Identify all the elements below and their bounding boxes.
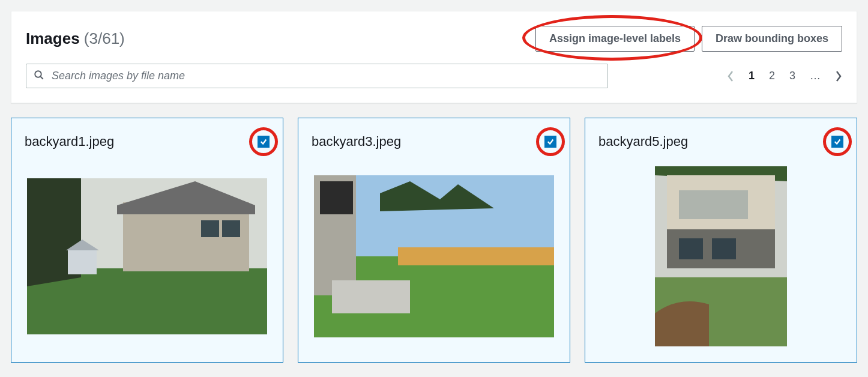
checkbox-wrap — [831, 136, 843, 148]
selection-count: (3/61) — [84, 29, 125, 47]
image-filename: backyard1.jpeg — [25, 134, 114, 149]
check-icon — [546, 137, 555, 146]
thumbnail-placeholder — [314, 175, 554, 337]
svg-rect-15 — [398, 247, 554, 265]
title-text: Images — [26, 29, 80, 47]
image-filename: backyard5.jpeg — [598, 134, 688, 149]
assign-labels-button[interactable]: Assign image-level labels — [535, 26, 695, 52]
image-thumbnail[interactable] — [598, 166, 843, 346]
svg-line-1 — [40, 76, 43, 79]
image-card[interactable]: backyard1.jpeg — [11, 118, 283, 363]
select-checkbox[interactable] — [544, 136, 556, 148]
svg-rect-14 — [320, 181, 353, 214]
image-card[interactable]: backyard3.jpeg — [298, 118, 570, 363]
page-2[interactable]: 2 — [769, 70, 775, 82]
check-icon — [259, 137, 268, 146]
select-checkbox[interactable] — [831, 136, 843, 148]
toolbar-row: 1 2 3 … — [26, 64, 842, 88]
svg-rect-9 — [68, 250, 97, 274]
search-box[interactable] — [26, 64, 608, 88]
svg-rect-25 — [679, 190, 748, 219]
card-header: backyard3.jpeg — [312, 134, 556, 149]
page-3[interactable]: 3 — [789, 70, 795, 82]
search-icon — [34, 70, 44, 83]
images-panel: Images (3/61) Assign image-level labels … — [11, 11, 857, 103]
image-grid: backyard1.jpeg ba — [11, 118, 857, 363]
card-header: backyard5.jpeg — [598, 134, 843, 149]
page-1[interactable]: 1 — [749, 70, 755, 82]
page-prev[interactable] — [727, 70, 734, 82]
svg-rect-17 — [332, 280, 410, 313]
panel-title: Images (3/61) — [26, 29, 125, 48]
image-card[interactable]: backyard5.jpeg — [585, 118, 857, 363]
page-next[interactable] — [835, 70, 842, 82]
select-checkbox[interactable] — [258, 136, 270, 148]
thumbnail-placeholder — [655, 166, 787, 346]
thumbnail-placeholder — [27, 178, 267, 334]
svg-rect-24 — [712, 238, 736, 259]
image-thumbnail[interactable] — [312, 166, 556, 346]
checkbox-wrap — [258, 136, 270, 148]
pagination: 1 2 3 … — [727, 70, 842, 82]
svg-rect-8 — [222, 220, 240, 237]
action-buttons: Assign image-level labels Draw bounding … — [535, 26, 842, 52]
image-filename: backyard3.jpeg — [312, 134, 401, 149]
image-thumbnail[interactable] — [25, 166, 270, 346]
check-icon — [833, 137, 842, 146]
panel-header: Images (3/61) Assign image-level labels … — [26, 26, 842, 52]
checkbox-wrap — [544, 136, 556, 148]
page-ellipsis: … — [810, 70, 821, 82]
card-header: backyard1.jpeg — [25, 134, 270, 149]
draw-boxes-button[interactable]: Draw bounding boxes — [702, 26, 842, 52]
svg-rect-23 — [679, 238, 703, 259]
svg-point-0 — [35, 71, 41, 77]
svg-rect-7 — [201, 220, 219, 237]
search-input[interactable] — [50, 69, 600, 83]
